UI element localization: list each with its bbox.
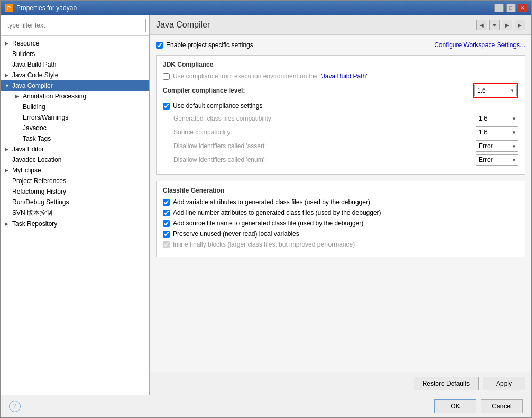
sidebar-item-builders[interactable]: Builders — [1, 49, 149, 59]
enum-dropdown-wrapper: Error Warning Ignore — [476, 154, 518, 166]
classfile-item2-label: Add line number attributes to generated … — [173, 209, 381, 216]
panel-content: Enable project specific settings Configu… — [150, 35, 531, 372]
compliance-dropdown-wrapper: 1.4 1.5 1.6 1.7 — [474, 85, 517, 96]
sidebar-item-label: Resource — [12, 40, 39, 47]
classfile-label: Classfile Generation — [163, 187, 518, 194]
classfile-item4-checkbox[interactable] — [163, 231, 170, 238]
sub-grid: Generated .class files compatibility: 1.… — [173, 113, 518, 166]
sidebar-item-label: Refactoring History — [12, 188, 66, 195]
sidebar-item-label: Errors/Warnings — [23, 114, 68, 121]
sidebar-item-java-editor[interactable]: ▶ Java Editor — [1, 144, 149, 155]
close-button[interactable]: ✕ — [518, 4, 527, 12]
sidebar-item-java-code-style[interactable]: ▶ Java Code Style — [1, 70, 149, 80]
bottom-bar: Restore Defaults Apply — [150, 372, 531, 395]
sidebar-item-java-build-path[interactable]: Java Build Path — [1, 59, 149, 70]
sidebar-item-label: Javadoc — [23, 124, 47, 132]
search-input[interactable] — [4, 19, 146, 32]
sidebar-item-refactoring-history[interactable]: Refactoring History — [1, 186, 149, 197]
sidebar-item-label: SVN 版本控制 — [12, 208, 52, 217]
classfile-item3-label: Add source file name to generated class … — [173, 220, 363, 227]
sidebar-item-label: Building — [23, 103, 45, 111]
sidebar-item-project-references[interactable]: Project References — [1, 176, 149, 186]
use-default-label: Use default compliance settings — [173, 102, 262, 110]
arrow-icon: ▶ — [15, 94, 21, 99]
classfile-item3-checkbox[interactable] — [163, 220, 170, 227]
classfile-item2-checkbox[interactable] — [163, 210, 170, 216]
classfile-item1-checkbox[interactable] — [163, 199, 170, 206]
enable-checkbox[interactable] — [156, 42, 163, 49]
classfile-item4: Preserve unused (never read) local varia… — [163, 230, 518, 238]
sidebar-item-myeclipse[interactable]: ▶ MyEclipse — [1, 165, 149, 176]
sidebar-item-label: Task Repository — [12, 220, 57, 228]
sidebar-item-label: Java Editor — [12, 146, 44, 153]
enum-dropdown[interactable]: Error Warning Ignore — [476, 154, 518, 166]
nav-dropdown-button[interactable]: ▼ — [489, 20, 500, 30]
generated-dropdown[interactable]: 1.4 1.5 1.6 — [476, 113, 518, 124]
assert-dropdown[interactable]: Error Warning Ignore — [476, 140, 518, 152]
arrow-icon: ▶ — [5, 168, 10, 173]
arrow-icon: ▶ — [5, 41, 10, 46]
sidebar-item-label: Builders — [12, 50, 35, 58]
configure-workspace-link[interactable]: Configure Workspace Settings... — [434, 41, 525, 49]
nav-forward2-button[interactable]: ▶ — [515, 20, 525, 30]
nav-back-button[interactable]: ◀ — [476, 20, 487, 30]
use-default-row: Use default compliance settings — [163, 102, 518, 110]
footer-right: OK Cancel — [434, 399, 523, 413]
source-dropdown-wrapper: 1.4 1.5 1.6 — [476, 126, 518, 138]
classfile-item5: Inline finally blocks (larger class file… — [163, 241, 518, 248]
use-compliance-row: Use compliance from execution environmen… — [163, 72, 518, 80]
use-compliance-checkbox[interactable] — [163, 73, 170, 80]
sidebar-item-annotation-processing[interactable]: ▶ Annotation Processing — [1, 91, 149, 102]
apply-button[interactable]: Apply — [483, 377, 525, 390]
help-button[interactable]: ? — [9, 401, 21, 412]
generated-label: Generated .class files compatibility: — [173, 113, 472, 124]
sidebar-item-errors-warnings[interactable]: Errors/Warnings — [1, 112, 149, 123]
generated-control: 1.4 1.5 1.6 — [476, 113, 518, 124]
jdk-compliance-label: JDK Compliance — [163, 61, 518, 68]
classfile-item1: Add variable attributes to generated cla… — [163, 198, 518, 206]
sidebar-item-label: Task Tags — [23, 135, 51, 142]
use-compliance-text: Use compliance from execution environmen… — [173, 72, 317, 80]
nav-forward-button[interactable]: ▶ — [502, 20, 512, 30]
use-default-checkbox[interactable] — [163, 103, 170, 110]
arrow-icon: ▼ — [5, 83, 10, 88]
classfile-item5-label: Inline finally blocks (larger class file… — [173, 241, 355, 248]
sidebar-item-javadoc[interactable]: Javadoc — [1, 123, 149, 133]
sidebar-item-task-repository[interactable]: ▶ Task Repository — [1, 219, 149, 229]
sidebar-item-label: Javadoc Location — [12, 156, 61, 163]
restore-defaults-button[interactable]: Restore Defaults — [414, 377, 479, 390]
window-icon: P — [5, 4, 13, 12]
search-box — [1, 15, 149, 36]
enable-label: Enable project specific settings — [166, 41, 253, 49]
sidebar-item-svn[interactable]: SVN 版本控制 — [1, 207, 149, 219]
enable-left: Enable project specific settings — [156, 41, 253, 49]
window-title: Properties for yaoyao — [16, 4, 77, 12]
classfile-item1-label: Add variable attributes to generated cla… — [173, 198, 370, 206]
sidebar-item-javadoc-location[interactable]: Javadoc Location — [1, 155, 149, 165]
sidebar-item-building[interactable]: Building — [1, 102, 149, 112]
classfile-item4-label: Preserve unused (never read) local varia… — [173, 230, 299, 238]
ok-button[interactable]: OK — [434, 399, 476, 413]
sidebar: ▶ Resource Builders Java Build Path ▶ Ja… — [1, 15, 150, 395]
assert-dropdown-wrapper: Error Warning Ignore — [476, 140, 518, 152]
cancel-button[interactable]: Cancel — [481, 399, 523, 413]
disallow-assert-control: Error Warning Ignore — [476, 140, 518, 152]
source-dropdown[interactable]: 1.4 1.5 1.6 — [476, 126, 518, 138]
sidebar-item-task-tags[interactable]: Task Tags — [1, 133, 149, 144]
compliance-level-dropdown[interactable]: 1.4 1.5 1.6 1.7 — [474, 85, 517, 96]
maximize-button[interactable]: □ — [506, 4, 516, 12]
java-build-path-link[interactable]: 'Java Build Path' — [320, 72, 367, 80]
sidebar-item-label: Java Code Style — [12, 71, 58, 79]
compliance-level-row: Compiler compliance level: 1.4 1.5 1.6 1… — [163, 83, 518, 98]
disallow-enum-label: Disallow identifiers called 'enum': — [173, 154, 472, 166]
generated-dropdown-wrapper: 1.4 1.5 1.6 — [476, 113, 518, 124]
tree-view: ▶ Resource Builders Java Build Path ▶ Ja… — [1, 36, 149, 395]
jdk-compliance-section: JDK Compliance Use compliance from execu… — [156, 55, 525, 175]
classfile-item5-checkbox[interactable] — [163, 241, 170, 248]
title-bar-left: P Properties for yaoyao — [5, 4, 77, 12]
minimize-button[interactable]: ─ — [494, 4, 504, 12]
sidebar-item-run-debug[interactable]: Run/Debug Settings — [1, 197, 149, 207]
sidebar-item-label: Annotation Processing — [23, 93, 86, 100]
sidebar-item-java-compiler[interactable]: ▼ Java Compiler — [1, 80, 149, 91]
sidebar-item-resource[interactable]: ▶ Resource — [1, 38, 149, 49]
